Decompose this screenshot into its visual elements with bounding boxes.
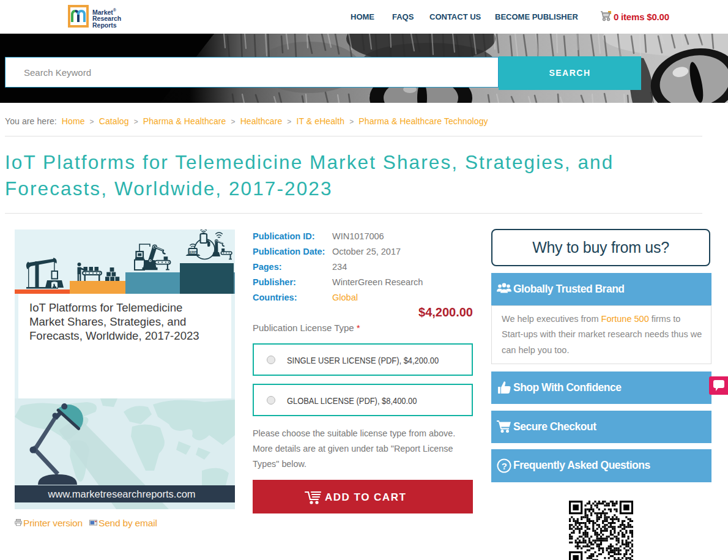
svg-text:?: ? bbox=[502, 461, 507, 471]
svg-text:Forecasts, Worldwide, 2017-202: Forecasts, Worldwide, 2017-2023 bbox=[29, 329, 199, 342]
svg-text:www.marketresearchreports.com: www.marketresearchreports.com bbox=[47, 488, 195, 499]
svg-text:Market Shares, Strategies, and: Market Shares, Strategies, and bbox=[29, 315, 186, 328]
svg-text:IoT Platforms for Telemedicine: IoT Platforms for Telemedicine bbox=[29, 301, 182, 314]
svg-text:ERP: ERP bbox=[190, 250, 197, 254]
